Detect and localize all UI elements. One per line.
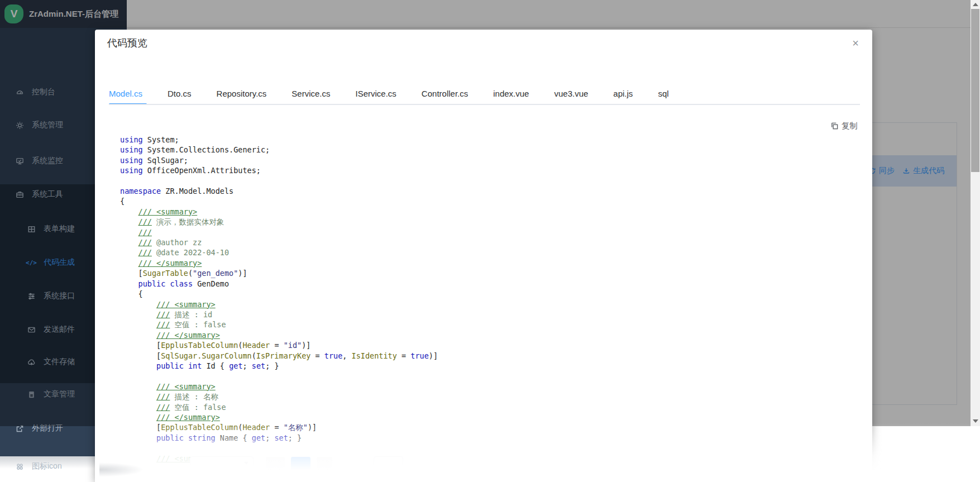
dialog-title: 代码预览 [107,36,147,50]
code-line: /// [120,227,438,237]
tab-Service.cs[interactable]: Service.cs [291,81,330,104]
app-root: V ZrAdmin.NET-后台管理 首页 / 系统工具 / 代码生成 тT ? [0,0,980,482]
code-line: { [120,289,438,299]
tab-Controller.cs[interactable]: Controller.cs [422,81,468,104]
code-line: /// <summary> [120,299,438,309]
tab-index.vue[interactable]: index.vue [493,81,529,104]
browser-scrollbar[interactable] [971,0,980,426]
pagination-next-button[interactable] [317,457,332,471]
code-line: [SqlSugar.SugarColumn(IsPrimaryKey = tru… [120,351,438,361]
code-line: /// @author zz [120,237,438,247]
pagination-page-1-button[interactable] [291,457,310,471]
page-bottom-shadow [99,462,144,477]
code-line: /// <summary> [120,207,438,217]
code-line: using OfficeOpenXml.Attributes; [120,165,438,175]
code-line: /// 演示，数据实体对象 [120,217,438,227]
code-line: { [120,196,438,206]
code-line [120,371,438,381]
code-line: [EpplusTableColumn(Header = "名称")] [120,422,438,432]
code-line: public int Id { get; set; } [120,361,438,371]
scrollbar-thumb[interactable] [971,9,979,172]
code-line: /// @date 2022-04-10 [120,247,438,257]
code-line: using System; [120,135,438,145]
tab-Repository.cs[interactable]: Repository.cs [217,81,267,104]
tabs-divider [109,104,860,105]
code-line: public class GenDemo [120,279,438,289]
code-line: /// 描述 : id [120,309,438,319]
scroll-up-icon[interactable] [973,3,978,6]
code-line: /// 空值 : false [120,319,438,330]
code-line: /// <summary> [120,381,438,392]
tab-Dto.cs[interactable]: Dto.cs [168,81,192,104]
page-size-select[interactable] [190,456,254,473]
code-line: /// 空值 : false [120,402,438,412]
copy-button[interactable]: 复制 [830,121,858,131]
code-line [120,443,438,453]
dialog-close-icon[interactable]: × [852,37,859,49]
code-line: namespace ZR.Model.Models [120,186,438,196]
code-line: using SqlSugar; [120,155,438,165]
tab-vue3.vue[interactable]: vue3.vue [554,81,588,104]
code-file-tabs: Model.csDto.csRepository.csService.csISe… [109,81,860,104]
tab-sql[interactable]: sql [658,81,668,104]
code-line: [EpplusTableColumn(Header = "id")] [120,340,438,350]
tab-Model.cs[interactable]: Model.cs [109,81,142,104]
code-line: public string Name { get; set; } [120,433,438,443]
code-line: using System.Collections.Generic; [120,145,438,155]
code-line: /// </summary> [120,258,438,268]
code-line: [SugarTable("gen_demo")] [120,268,438,278]
code-line: /// </summary> [120,412,438,422]
code-line [120,176,438,186]
sidebar-bottom-shadow [0,456,95,469]
pagination-prev-button[interactable] [266,457,285,471]
tab-IService.cs[interactable]: IService.cs [356,81,396,104]
select-caret-icon [244,462,248,465]
code-line: /// 描述 : 名称 [120,392,438,402]
tab-api.js[interactable]: api.js [613,81,633,104]
scroll-down-icon[interactable] [973,419,978,423]
copy-icon [830,122,839,130]
code-preview-dialog: 代码预览 × Model.csDto.csRepository.csServic… [95,30,872,482]
code-line: /// </summary> [120,330,438,340]
pagination-jump-input[interactable] [374,456,403,473]
code-content[interactable]: using System;using System.Collections.Ge… [120,135,438,464]
